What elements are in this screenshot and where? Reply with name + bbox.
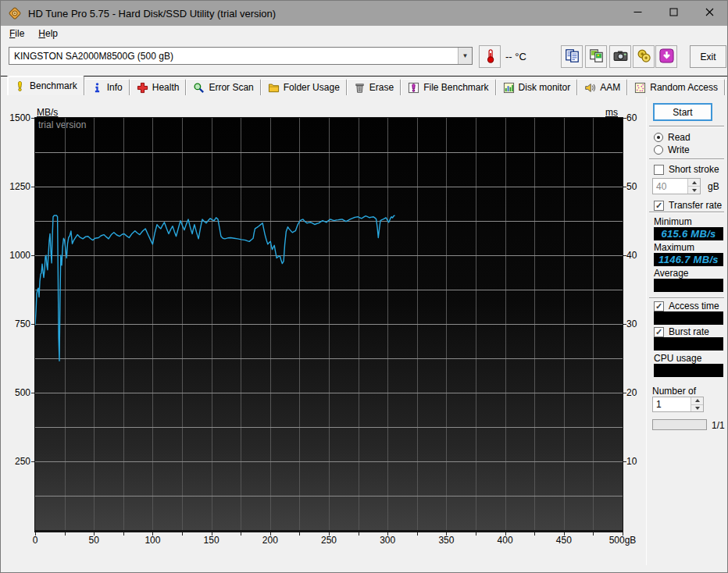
tab-strip: BenchmarkInfoHealthError ScanFolder Usag… xyxy=(1,76,727,95)
temperature-value: -- °C xyxy=(505,51,526,62)
x-axis-tick xyxy=(446,532,447,536)
toolbar: KINGSTON SA2000M8500G (500 gB) ▼ -- °C E… xyxy=(1,41,727,76)
x-axis-tick xyxy=(152,532,153,536)
ms-axis-tick-label: 10 xyxy=(626,456,637,467)
ms-axis-tick-label: 60 xyxy=(626,112,637,123)
x-axis-tick xyxy=(505,532,506,536)
burst-rate-label: Burst rate xyxy=(669,326,709,337)
benchmark-icon xyxy=(14,80,26,92)
x-axis-tick xyxy=(417,532,418,536)
menu-help[interactable]: Help xyxy=(31,27,65,41)
ms-axis-tick-label: 20 xyxy=(626,387,637,398)
access-time-checkbox[interactable]: ✓ Access time xyxy=(654,301,719,311)
tab-label: File Benchmark xyxy=(423,82,488,93)
thermometer-icon xyxy=(483,48,498,66)
spin-up-icon[interactable] xyxy=(691,397,703,405)
maximize-button[interactable] xyxy=(655,1,691,26)
spin-down-icon[interactable] xyxy=(691,405,703,412)
plot-area: trial version xyxy=(34,117,623,532)
tab-folder-usage[interactable]: Folder Usage xyxy=(261,79,347,95)
capacity-stepper[interactable]: 40 xyxy=(652,178,701,194)
camera-icon xyxy=(613,48,628,66)
x-axis-tick xyxy=(299,532,300,536)
maximize-icon xyxy=(669,8,678,19)
x-axis-tick-label: 50 xyxy=(74,535,113,546)
tab-file-benchmark[interactable]: File Benchmark xyxy=(401,79,495,95)
y-axis-tick-label: 750 xyxy=(1,319,30,329)
start-button[interactable]: Start xyxy=(653,103,712,121)
x-axis-tick xyxy=(94,532,95,536)
x-axis-tick-label: 200 xyxy=(251,535,290,546)
tab-benchmark[interactable]: Benchmark xyxy=(7,76,84,95)
tab-error-scan[interactable]: Error Scan xyxy=(186,79,260,95)
passes-stepper[interactable]: 1 xyxy=(652,397,704,412)
x-axis-tick xyxy=(476,532,476,536)
ms-axis-tick xyxy=(623,187,626,187)
tab-label: Random Access xyxy=(650,82,718,93)
tab-label: Disk monitor xyxy=(519,82,571,93)
exit-button[interactable]: Exit xyxy=(690,45,726,68)
tab-aam[interactable]: AAM xyxy=(577,79,627,95)
save-screenshot-button[interactable] xyxy=(609,45,631,68)
capacity-spin-buttons xyxy=(687,179,700,194)
ms-axis-tick-label: 40 xyxy=(626,250,637,261)
menu-file[interactable]: File xyxy=(2,27,31,41)
separator xyxy=(649,212,724,213)
tab-label: Error Scan xyxy=(209,82,253,93)
y-axis-tick xyxy=(31,461,34,462)
register-button[interactable] xyxy=(633,45,655,68)
x-axis-tick xyxy=(123,532,124,536)
copy-report-button[interactable] xyxy=(561,45,583,68)
random-access-icon xyxy=(634,82,646,94)
tab-health[interactable]: Health xyxy=(130,79,187,95)
panel-divider xyxy=(646,97,647,565)
x-axis-tick-label: 400 xyxy=(486,535,525,546)
close-button[interactable] xyxy=(691,1,727,26)
maximum-display: 1146.7 MB/s xyxy=(654,253,723,266)
tab-random-access[interactable]: Random Access xyxy=(627,79,725,95)
minimize-button[interactable] xyxy=(619,1,655,26)
x-axis-tick-label: 300 xyxy=(368,535,407,546)
copy-image-icon xyxy=(589,48,604,66)
ms-axis-tick xyxy=(623,393,626,393)
x-axis-tick xyxy=(564,532,565,536)
tab-label: Info xyxy=(107,82,123,93)
ms-axis-tick-label: 50 xyxy=(626,181,637,192)
burst-rate-checkbox-box: ✓ xyxy=(654,327,664,337)
save-results-button[interactable] xyxy=(655,45,677,68)
tab-label: Folder Usage xyxy=(284,82,340,93)
x-axis-tick xyxy=(270,532,271,536)
tab-info[interactable]: Info xyxy=(84,79,130,95)
disk-monitor-icon xyxy=(503,82,515,94)
separator xyxy=(649,297,724,299)
x-axis-tick-label: 450 xyxy=(544,535,583,546)
transfer-rate-checkbox[interactable]: ✓ Transfer rate xyxy=(654,200,722,211)
average-display xyxy=(654,279,723,292)
hdtune-logo-icon xyxy=(8,6,22,20)
tab-erase[interactable]: Erase xyxy=(347,79,401,95)
y-axis-tick-label: 250 xyxy=(1,456,30,467)
tab-disk-monitor[interactable]: Disk monitor xyxy=(496,79,578,95)
access-time-checkbox-box: ✓ xyxy=(654,301,664,311)
separator xyxy=(649,158,724,160)
x-axis-tick xyxy=(593,532,594,536)
short-stroke-checkbox[interactable]: Short stroke xyxy=(654,164,719,175)
app-window: HD Tune Pro 5.75 - Hard Disk/SSD Utility… xyxy=(0,0,728,573)
spin-down-icon[interactable] xyxy=(688,187,700,194)
read-radio[interactable]: Read xyxy=(654,132,691,143)
chevron-down-icon[interactable]: ▼ xyxy=(458,48,472,64)
write-radio[interactable]: Write xyxy=(654,144,690,155)
y-axis-tick-label: 1000 xyxy=(1,250,30,261)
y-axis-title-left: MB/s xyxy=(37,107,58,118)
tab-extra-tests[interactable]: Extra tests xyxy=(725,79,728,95)
pass-progress-bar xyxy=(652,419,707,430)
cpu-usage-label: CPU usage xyxy=(654,353,701,364)
drive-select[interactable]: KINGSTON SA2000M8500G (500 gB) ▼ xyxy=(9,47,473,65)
copy-pages-icon xyxy=(565,48,580,66)
spin-up-icon[interactable] xyxy=(688,179,700,187)
window-controls xyxy=(619,1,727,26)
copy-screenshot-button[interactable] xyxy=(585,45,607,68)
burst-rate-checkbox[interactable]: ✓ Burst rate xyxy=(654,326,709,337)
temperature-button[interactable] xyxy=(479,45,501,68)
tab-label: Erase xyxy=(369,82,394,93)
